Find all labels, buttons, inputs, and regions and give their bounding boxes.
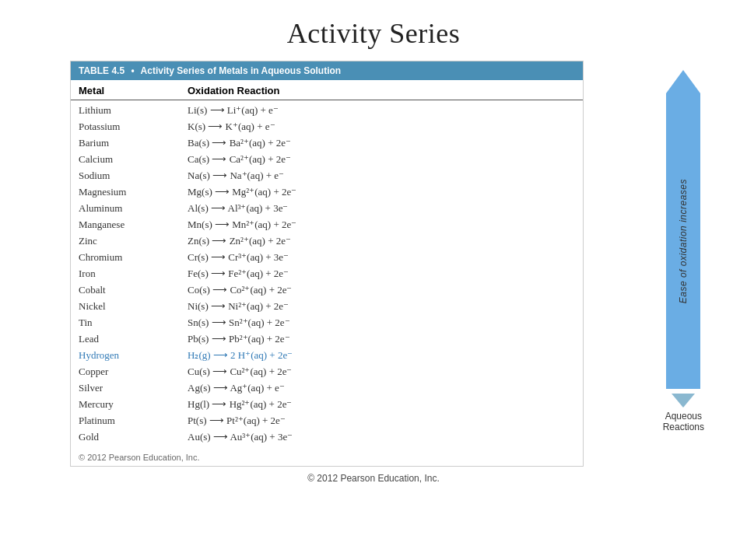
arrow-label: Ease of oxidation increases bbox=[678, 179, 689, 303]
table-row: CobaltCo(s) ⟶ Co²⁺(aq) + 2e⁻ bbox=[79, 282, 575, 298]
metal-cell: Chromium bbox=[79, 251, 188, 264]
arrow-body: Ease of oxidation increases bbox=[666, 93, 700, 389]
metal-cell: Silver bbox=[79, 382, 188, 394]
table-body: LithiumLi(s) ⟶ Li⁺(aq) + e⁻PotassiumK(s)… bbox=[71, 100, 583, 446]
table-row: CalciumCa(s) ⟶ Ca²⁺(aq) + 2e⁻ bbox=[79, 151, 575, 167]
table-row: SodiumNa(s) ⟶ Na⁺(aq) + e⁻ bbox=[79, 167, 575, 184]
reaction-cell: Zn(s) ⟶ Zn²⁺(aq) + 2e⁻ bbox=[188, 235, 291, 247]
activity-series-table: TABLE 4.5 • Activity Series of Metals in… bbox=[70, 61, 584, 467]
table-copyright: © 2012 Pearson Education, Inc. bbox=[71, 450, 583, 466]
table-row: HydrogenH₂(g) ⟶ 2 H⁺(aq) + 2e⁻ bbox=[79, 347, 575, 363]
metal-cell: Zinc bbox=[79, 235, 188, 247]
metal-cell: Hydrogen bbox=[79, 349, 188, 362]
metal-cell: Potassium bbox=[79, 121, 188, 133]
table-row: MagnesiumMg(s) ⟶ Mg²⁺(aq) + 2e⁻ bbox=[79, 184, 575, 200]
arrow-down-small-icon bbox=[672, 394, 695, 408]
metal-cell: Lithium bbox=[79, 104, 188, 117]
reaction-cell: Ba(s) ⟶ Ba²⁺(aq) + 2e⁻ bbox=[188, 137, 291, 149]
page-title: Activity Series bbox=[287, 17, 460, 50]
col-reaction-header: Oxidation Reaction bbox=[188, 85, 279, 96]
col-metal-header: Metal bbox=[79, 85, 188, 96]
metal-cell: Lead bbox=[79, 333, 188, 345]
arrow-up-icon bbox=[666, 70, 700, 93]
reaction-cell: K(s) ⟶ K⁺(aq) + e⁻ bbox=[188, 121, 275, 133]
metal-cell: Cobalt bbox=[79, 284, 188, 296]
metal-cell: Aluminum bbox=[79, 202, 188, 215]
reaction-cell: Fe(s) ⟶ Fe²⁺(aq) + 2e⁻ bbox=[188, 268, 289, 280]
metal-cell: Calcium bbox=[79, 153, 188, 166]
sidebar: Ease of oxidation increases Aqueous Reac… bbox=[663, 70, 704, 432]
reaction-cell: Ni(s) ⟶ Ni²⁺(aq) + 2e⁻ bbox=[188, 300, 289, 313]
table-row: AluminumAl(s) ⟶ Al³⁺(aq) + 3e⁻ bbox=[79, 200, 575, 216]
table-row: ChromiumCr(s) ⟶ Cr³⁺(aq) + 3e⁻ bbox=[79, 249, 575, 265]
reaction-cell: Sn(s) ⟶ Sn²⁺(aq) + 2e⁻ bbox=[188, 317, 290, 329]
table-dot: • bbox=[131, 65, 134, 76]
table-subtitle: Activity Series of Metals in Aqueous Sol… bbox=[141, 65, 342, 76]
reaction-cell: Mg(s) ⟶ Mg²⁺(aq) + 2e⁻ bbox=[188, 186, 296, 198]
reaction-cell: Al(s) ⟶ Al³⁺(aq) + 3e⁻ bbox=[188, 202, 288, 215]
table-row: PlatinumPt(s) ⟶ Pt²⁺(aq) + 2e⁻ bbox=[79, 412, 575, 429]
table-row: GoldAu(s) ⟶ Au³⁺(aq) + 3e⁻ bbox=[79, 429, 575, 445]
reaction-cell: Pb(s) ⟶ Pb²⁺(aq) + 2e⁻ bbox=[188, 333, 290, 345]
metal-cell: Iron bbox=[79, 268, 188, 280]
table-header: TABLE 4.5 • Activity Series of Metals in… bbox=[71, 61, 583, 80]
table-row: IronFe(s) ⟶ Fe²⁺(aq) + 2e⁻ bbox=[79, 265, 575, 282]
reaction-cell: Pt(s) ⟶ Pt²⁺(aq) + 2e⁻ bbox=[188, 415, 286, 427]
table-row: ManganeseMn(s) ⟶ Mn²⁺(aq) + 2e⁻ bbox=[79, 216, 575, 233]
aqueous-label: Aqueous Reactions bbox=[663, 411, 704, 432]
table-row: LithiumLi(s) ⟶ Li⁺(aq) + e⁻ bbox=[79, 102, 575, 118]
reaction-cell: Au(s) ⟶ Au³⁺(aq) + 3e⁻ bbox=[188, 431, 293, 443]
metal-cell: Manganese bbox=[79, 219, 188, 231]
metal-cell: Mercury bbox=[79, 398, 188, 411]
table-row: PotassiumK(s) ⟶ K⁺(aq) + e⁻ bbox=[79, 118, 575, 135]
metal-cell: Magnesium bbox=[79, 186, 188, 198]
table-row: SilverAg(s) ⟶ Ag⁺(aq) + e⁻ bbox=[79, 380, 575, 396]
reaction-cell: Li(s) ⟶ Li⁺(aq) + e⁻ bbox=[188, 104, 279, 117]
metal-cell: Nickel bbox=[79, 300, 188, 313]
metal-cell: Platinum bbox=[79, 415, 188, 427]
table-row: MercuryHg(l) ⟶ Hg²⁺(aq) + 2e⁻ bbox=[79, 396, 575, 412]
reaction-cell: Ag(s) ⟶ Ag⁺(aq) + e⁻ bbox=[188, 382, 285, 394]
reaction-cell: Ca(s) ⟶ Ca²⁺(aq) + 2e⁻ bbox=[188, 153, 291, 166]
table-row: ZincZn(s) ⟶ Zn²⁺(aq) + 2e⁻ bbox=[79, 233, 575, 249]
reaction-cell: Cr(s) ⟶ Cr³⁺(aq) + 3e⁻ bbox=[188, 251, 289, 264]
reaction-cell: Mn(s) ⟶ Mn²⁺(aq) + 2e⁻ bbox=[188, 219, 296, 231]
reaction-cell: Na(s) ⟶ Na⁺(aq) + e⁻ bbox=[188, 170, 284, 182]
reaction-cell: H₂(g) ⟶ 2 H⁺(aq) + 2e⁻ bbox=[188, 349, 293, 362]
metal-cell: Sodium bbox=[79, 170, 188, 182]
metal-cell: Barium bbox=[79, 137, 188, 149]
metal-cell: Copper bbox=[79, 366, 188, 378]
table-row: NickelNi(s) ⟶ Ni²⁺(aq) + 2e⁻ bbox=[79, 298, 575, 314]
table-row: BariumBa(s) ⟶ Ba²⁺(aq) + 2e⁻ bbox=[79, 135, 575, 151]
reaction-cell: Co(s) ⟶ Co²⁺(aq) + 2e⁻ bbox=[188, 284, 293, 296]
table-row: CopperCu(s) ⟶ Cu²⁺(aq) + 2e⁻ bbox=[79, 363, 575, 380]
metal-cell: Tin bbox=[79, 317, 188, 329]
table-row: LeadPb(s) ⟶ Pb²⁺(aq) + 2e⁻ bbox=[79, 331, 575, 347]
table-row: TinSn(s) ⟶ Sn²⁺(aq) + 2e⁻ bbox=[79, 314, 575, 331]
reaction-cell: Cu(s) ⟶ Cu²⁺(aq) + 2e⁻ bbox=[188, 366, 293, 378]
footer-copyright: © 2012 Pearson Education, Inc. bbox=[307, 473, 440, 484]
column-headers: Metal Oxidation Reaction bbox=[71, 80, 583, 100]
table-number: TABLE 4.5 bbox=[79, 65, 124, 76]
metal-cell: Gold bbox=[79, 431, 188, 443]
reaction-cell: Hg(l) ⟶ Hg²⁺(aq) + 2e⁻ bbox=[188, 398, 292, 411]
